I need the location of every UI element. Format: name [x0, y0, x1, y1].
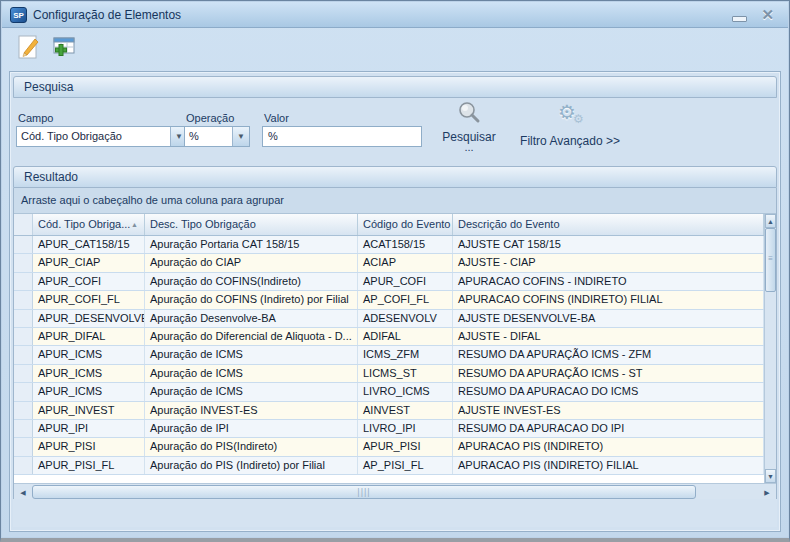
column-header-cod-tipo-obrigacao[interactable]: Cód. Tipo Obriga... ▲	[33, 214, 145, 235]
pesquisar-button[interactable]: Pesquisar ...	[438, 100, 500, 160]
grid-cell[interactable]: AP_PISI_FL	[358, 457, 453, 474]
filtro-avancado-button[interactable]: ⚙⚙ Filtro Avançado >>	[510, 102, 630, 158]
row-indicator[interactable]	[14, 236, 33, 253]
row-indicator[interactable]	[14, 254, 33, 271]
table-row[interactable]: APUR_IPIApuração de IPILIVRO_IPIRESUMO D…	[14, 420, 764, 438]
grid-cell[interactable]: Apuração Desenvolve-BA	[145, 310, 358, 327]
table-row[interactable]: APUR_DIFALApuração do Diferencial de Ali…	[14, 328, 764, 346]
grid-cell[interactable]: APUR_COFI	[358, 273, 453, 290]
grid-cell[interactable]: APUR_PISI_FL	[33, 457, 145, 474]
scroll-left-icon[interactable]: ◀	[16, 485, 30, 500]
grid-cell[interactable]: Apuração Portaria CAT 158/15	[145, 236, 358, 253]
grid-cell[interactable]: APUR_CIAP	[33, 254, 145, 271]
grid-cell[interactable]: Apuração de ICMS	[145, 365, 358, 382]
row-indicator[interactable]	[14, 383, 33, 400]
grid-cell[interactable]: AJUSTE - CIAP	[453, 254, 764, 271]
table-row[interactable]: APUR_COFI_FLApuração do COFINS (Indireto…	[14, 291, 764, 309]
grid-cell[interactable]: APURACAO PIS (INDIRETO) FILIAL	[453, 457, 764, 474]
table-row[interactable]: APUR_DESENVOLVE...Apuração Desenvolve-BA…	[14, 310, 764, 328]
row-indicator[interactable]	[14, 402, 33, 419]
grid-cell[interactable]: AJUSTE DESENVOLVE-BA	[453, 310, 764, 327]
table-row[interactable]: APUR_PISI_FLApuração do PIS (Indireto) p…	[14, 457, 764, 475]
operacao-select[interactable]: % ▼	[184, 126, 250, 147]
table-row[interactable]: APUR_ICMSApuração de ICMSICMS_ZFMRESUMO …	[14, 346, 764, 364]
row-indicator[interactable]	[14, 273, 33, 290]
grid-cell[interactable]: APUR_ICMS	[33, 365, 145, 382]
grid-cell[interactable]: Apuração do CIAP	[145, 254, 358, 271]
grid-cell[interactable]: Apuração de ICMS	[145, 346, 358, 363]
grid-cell[interactable]: APUR_INVEST	[33, 402, 145, 419]
column-header-codigo-evento[interactable]: Código do Evento	[358, 214, 453, 235]
table-row[interactable]: APUR_CAT158/15Apuração Portaria CAT 158/…	[14, 236, 764, 254]
grid-cell[interactable]: Apuração de ICMS	[145, 383, 358, 400]
horizontal-scroll-thumb[interactable]: ||||	[32, 485, 696, 499]
group-by-bar[interactable]: Arraste aqui o cabeçalho de uma coluna p…	[14, 188, 776, 214]
grid-cell[interactable]: RESUMO DA APURAÇÃO ICMS - ZFM	[453, 346, 764, 363]
vertical-scrollbar[interactable]: ▲ ≡ ▼	[764, 214, 776, 483]
grid-cell[interactable]: APUR_ICMS	[33, 383, 145, 400]
grid-cell[interactable]: APURACAO PIS (INDIRETO)	[453, 438, 764, 455]
row-indicator[interactable]	[14, 365, 33, 382]
grid-cell[interactable]: APUR_IPI	[33, 420, 145, 437]
grid-cell[interactable]: ACAT158/15	[358, 236, 453, 253]
grid-cell[interactable]: APUR_DESENVOLVE...	[33, 310, 145, 327]
edit-button[interactable]	[13, 32, 44, 63]
grid-cell[interactable]: AINVEST	[358, 402, 453, 419]
row-indicator[interactable]	[14, 420, 33, 437]
grid-cell[interactable]: RESUMO DA APURACAO DO IPI	[453, 420, 764, 437]
row-indicator[interactable]	[14, 346, 33, 363]
grid-cell[interactable]: APUR_PISI	[33, 438, 145, 455]
row-indicator[interactable]	[14, 328, 33, 345]
grid-cell[interactable]: LIVRO_ICMS	[358, 383, 453, 400]
table-row[interactable]: APUR_CIAPApuração do CIAPACIAPAJUSTE - C…	[14, 254, 764, 272]
close-button[interactable]: ✕	[761, 7, 774, 23]
grid-cell[interactable]: APUR_PISI	[358, 438, 453, 455]
scroll-up-icon[interactable]: ▲	[765, 214, 776, 228]
table-row[interactable]: APUR_INVESTApuração INVEST-ESAINVESTAJUS…	[14, 402, 764, 420]
table-row[interactable]: APUR_ICMSApuração de ICMSLICMS_STRESUMO …	[14, 365, 764, 383]
table-row[interactable]: APUR_PISIApuração do PIS(Indireto)APUR_P…	[14, 438, 764, 456]
grid-cell[interactable]: Apuração do PIS(Indireto)	[145, 438, 358, 455]
add-button[interactable]	[47, 32, 78, 63]
grid-cell[interactable]: Apuração do COFINS (Indireto) por Filial	[145, 291, 358, 308]
grid-cell[interactable]: APURACAO COFINS (INDIRETO) FILIAL	[453, 291, 764, 308]
grid-cell[interactable]: ICMS_ZFM	[358, 346, 453, 363]
grid-cell[interactable]: Apuração INVEST-ES	[145, 402, 358, 419]
scroll-right-icon[interactable]: ▶	[760, 485, 774, 500]
row-indicator[interactable]	[14, 291, 33, 308]
grid-cell[interactable]: APUR_CAT158/15	[33, 236, 145, 253]
grid-cell[interactable]: Apuração do PIS (Indireto) por Filial	[145, 457, 358, 474]
grid-cell[interactable]: APURACAO COFINS - INDIRETO	[453, 273, 764, 290]
grid-cell[interactable]: Apuração do COFINS(Indireto)	[145, 273, 358, 290]
grid-cell[interactable]: Apuração de IPI	[145, 420, 358, 437]
grid-cell[interactable]: APUR_COFI_FL	[33, 291, 145, 308]
grid-cell[interactable]: ACIAP	[358, 254, 453, 271]
scroll-down-icon[interactable]: ▼	[765, 469, 776, 483]
row-indicator[interactable]	[14, 438, 33, 455]
grid-cell[interactable]: LICMS_ST	[358, 365, 453, 382]
title-bar[interactable]: SP Configuração de Elementos ✕	[2, 2, 788, 28]
vertical-scroll-thumb[interactable]: ≡	[765, 228, 776, 292]
grid-cell[interactable]: RESUMO DA APURACAO DO ICMS	[453, 383, 764, 400]
table-row[interactable]: APUR_COFIApuração do COFINS(Indireto)APU…	[14, 273, 764, 291]
grid-cell[interactable]: AJUSTE CAT 158/15	[453, 236, 764, 253]
column-header-descricao-evento[interactable]: Descrição do Evento	[453, 214, 764, 235]
grid-cell[interactable]: AP_COFI_FL	[358, 291, 453, 308]
grid-cell[interactable]: APUR_ICMS	[33, 346, 145, 363]
grid-cell[interactable]: AJUSTE - DIFAL	[453, 328, 764, 345]
grid-cell[interactable]: ADESENVOLV	[358, 310, 453, 327]
grid-cell[interactable]: APUR_DIFAL	[33, 328, 145, 345]
grid-cell[interactable]: Apuração do Diferencial de Aliquota - D.…	[145, 328, 358, 345]
table-row[interactable]: APUR_ICMSApuração de ICMSLIVRO_ICMSRESUM…	[14, 383, 764, 401]
row-indicator[interactable]	[14, 457, 33, 474]
grid-cell[interactable]: AJUSTE INVEST-ES	[453, 402, 764, 419]
campo-select[interactable]: Cód. Tipo Obrigação ▼	[16, 126, 188, 147]
grid-cell[interactable]: RESUMO DA APURAÇÃO ICMS - ST	[453, 365, 764, 382]
column-header-desc-tipo-obrigacao[interactable]: Desc. Tipo Obrigação	[145, 214, 358, 235]
chevron-down-icon[interactable]: ▼	[232, 127, 249, 146]
minimize-button[interactable]	[732, 16, 747, 22]
valor-input[interactable]: %	[262, 126, 422, 147]
grid-cell[interactable]: ADIFAL	[358, 328, 453, 345]
grid-cell[interactable]: LIVRO_IPI	[358, 420, 453, 437]
row-indicator[interactable]	[14, 310, 33, 327]
